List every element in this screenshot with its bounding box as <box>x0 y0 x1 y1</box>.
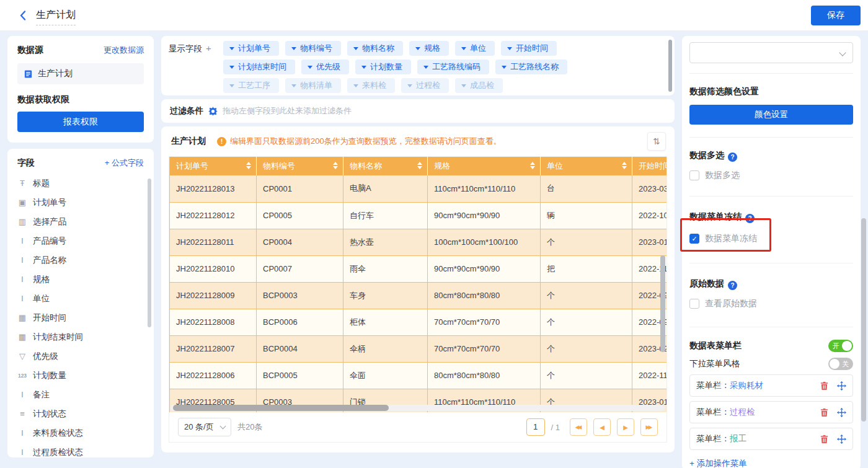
field-item[interactable]: Ⅰ单位 <box>17 289 144 308</box>
sort-order-button[interactable]: ⇅ <box>647 132 666 151</box>
multi-select-checkbox-row[interactable]: 数据多选 <box>689 170 853 181</box>
sort-arrows-icon[interactable] <box>622 162 627 169</box>
table-row[interactable]: JH20221128006BCP0005伞面80cm*80cm*80/80个20… <box>170 362 667 389</box>
datasource-item[interactable]: 生产计划 <box>17 63 144 84</box>
checkbox-unchecked[interactable] <box>689 299 699 309</box>
field-item[interactable]: ▦开始时间 <box>17 308 144 327</box>
display-field-chip[interactable]: 开始时间 <box>501 41 557 56</box>
page-size-value: 20 条/页 <box>184 422 214 433</box>
display-field-chip[interactable]: 工艺工序 <box>223 78 279 93</box>
field-item[interactable]: ≡计划状态 <box>17 404 144 423</box>
field-item[interactable]: Ⅰ来料质检状态 <box>17 423 144 443</box>
menubar-item-name[interactable]: 采购耗材 <box>730 380 763 391</box>
text-icon: Ⅰ <box>17 275 27 284</box>
change-datasource-link[interactable]: 更改数据源 <box>104 45 144 56</box>
sort-arrows-icon[interactable] <box>246 162 251 169</box>
display-field-chip[interactable]: 来料检 <box>347 78 395 93</box>
table-horizontal-scrollbar-thumb[interactable] <box>173 405 389 411</box>
field-item[interactable]: Ⅰ产品编号 <box>17 231 144 250</box>
field-item[interactable]: ▥选择产品 <box>17 212 144 231</box>
multi-select-title: 数据多选? <box>689 150 853 162</box>
move-icon[interactable] <box>837 381 846 391</box>
dropdown-style-toggle[interactable]: 关 <box>828 358 853 370</box>
display-field-chip[interactable]: 物料编号 <box>285 41 341 56</box>
menu-freeze-checkbox-row[interactable]: ✓ 数据菜单冻结 <box>689 233 853 244</box>
menubar-toggle[interactable]: 开 <box>828 340 853 352</box>
field-item[interactable]: ▽优先级 <box>17 347 144 366</box>
field-item[interactable]: Ⅰ产品名称 <box>17 250 144 270</box>
color-settings-button[interactable]: 颜色设置 <box>689 105 853 125</box>
column-header[interactable]: 计划单号 <box>170 157 257 175</box>
report-permission-button[interactable]: 报表权限 <box>17 112 144 132</box>
checkbox-unchecked[interactable] <box>689 170 699 180</box>
fields-scrollbar[interactable] <box>148 179 151 327</box>
checkbox-checked[interactable]: ✓ <box>689 234 699 244</box>
display-field-chip[interactable]: 工艺路线编码 <box>417 60 489 74</box>
trash-icon[interactable] <box>820 381 829 391</box>
move-icon[interactable] <box>837 408 846 417</box>
settings-select[interactable] <box>689 42 853 63</box>
column-header[interactable]: 物料名称 <box>343 157 428 175</box>
field-item[interactable]: ▦计划结束时间 <box>17 327 144 347</box>
menubar-item-name[interactable]: 报工 <box>730 433 746 444</box>
table-row[interactable]: JH20221128011CP0004热水壶100cm*100cm*100/10… <box>170 229 667 255</box>
help-icon[interactable]: ? <box>728 152 737 162</box>
menubar-item-name[interactable]: 过程检 <box>730 407 755 418</box>
gear-icon[interactable] <box>208 107 218 116</box>
page-size-select[interactable]: 20 条/页 <box>178 418 231 436</box>
table-row[interactable]: JH20221128013CP0001电脑A110cm*110cm*110/11… <box>170 175 667 202</box>
text-icon: Ⅰ <box>17 428 27 438</box>
display-field-chip[interactable]: 物料清单 <box>285 78 341 93</box>
sort-arrows-icon[interactable] <box>530 162 535 169</box>
page-number-input[interactable]: 1 <box>526 418 545 436</box>
last-page-button[interactable]: ▶▶ <box>640 418 658 436</box>
save-button[interactable]: 保存 <box>811 6 861 25</box>
display-field-chip[interactable]: 物料名称 <box>347 41 403 56</box>
display-field-chip[interactable]: 规格 <box>409 41 449 56</box>
trash-icon[interactable] <box>820 435 829 444</box>
raw-data-checkbox-row[interactable]: 查看原始数据 <box>689 298 853 309</box>
table-row[interactable]: JH20221128012CP0005自行车90cm*90cm*90/90辆20… <box>170 202 667 229</box>
field-item[interactable]: Ŧ标题 <box>17 174 144 193</box>
first-page-button[interactable]: ◀◀ <box>570 418 587 436</box>
column-header[interactable]: 规格 <box>428 157 541 175</box>
display-field-chip[interactable]: 计划结束时间 <box>223 60 295 74</box>
prev-page-button[interactable]: ◀ <box>593 418 611 436</box>
add-formula-field-link[interactable]: + 公式字段 <box>105 157 144 169</box>
sort-arrows-icon[interactable] <box>417 162 422 169</box>
back-button[interactable] <box>17 9 29 24</box>
column-header[interactable]: 物料编号 <box>257 157 343 175</box>
table-row[interactable]: JH20221128008BCP0006柜体70cm*70cm*70/70个20… <box>170 309 667 335</box>
sort-arrows-icon[interactable] <box>333 162 338 169</box>
table-horizontal-scrollbar-track[interactable] <box>170 405 665 411</box>
table-vertical-scrollbar[interactable] <box>660 255 665 352</box>
page-scrollbar[interactable] <box>861 218 866 422</box>
add-display-field-button[interactable]: + <box>206 43 211 53</box>
help-icon[interactable]: ? <box>728 281 737 290</box>
trash-icon[interactable] <box>820 408 829 417</box>
display-field-chip[interactable]: 过程检 <box>401 78 449 93</box>
field-item[interactable]: Ⅰ规格 <box>17 270 144 289</box>
column-header[interactable]: 单位 <box>541 157 632 175</box>
display-field-chip[interactable]: 成品检 <box>455 78 503 93</box>
menu-freeze-checkbox-label: 数据菜单冻结 <box>705 233 757 244</box>
display-fields-scrollbar[interactable] <box>668 40 672 92</box>
display-field-chip[interactable]: 计划数量 <box>355 60 411 74</box>
table-row[interactable]: JH20221128007BCP0004伞柄70cm*70cm*70/70个20… <box>170 335 667 362</box>
help-icon[interactable]: ? <box>745 214 755 223</box>
table-row[interactable]: JH20221128010CP0007雨伞90cm*90cm*90/90把202… <box>170 255 667 282</box>
field-item[interactable]: Ⅰ备注 <box>17 385 144 404</box>
display-field-chip[interactable]: 工艺路线名称 <box>495 60 567 74</box>
add-action-menu-link[interactable]: + 添加操作菜单 <box>689 458 853 468</box>
field-item[interactable]: ▣计划单号 <box>17 193 144 212</box>
chip-label: 来料检 <box>362 80 386 91</box>
display-field-chip[interactable]: 单位 <box>455 41 495 56</box>
display-field-chip[interactable]: 计划单号 <box>223 41 279 56</box>
move-icon[interactable] <box>837 435 846 444</box>
table-row[interactable]: JH20221128009BCP0003车身80cm*80cm*80/80个20… <box>170 282 667 309</box>
field-item[interactable]: 123计划数量 <box>17 366 144 385</box>
display-field-chip[interactable]: 优先级 <box>301 60 349 74</box>
field-item[interactable]: Ⅰ过程质检状态 <box>17 443 144 457</box>
next-page-button[interactable]: ▶ <box>617 418 634 436</box>
column-header[interactable]: 开始时间 <box>632 157 667 175</box>
